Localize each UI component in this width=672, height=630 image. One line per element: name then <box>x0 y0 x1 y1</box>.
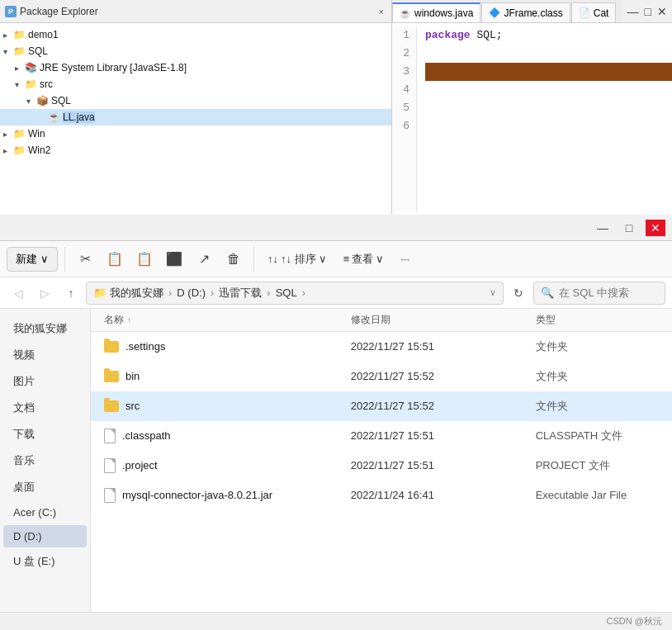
tree-item-label: demo1 <box>28 29 59 40</box>
toolbar-separator-2 <box>253 247 254 272</box>
keyword-package: package <box>425 26 471 45</box>
line-number-6: 6 <box>399 117 409 135</box>
breadcrumb-4[interactable]: SQL <box>276 287 297 299</box>
copy-button[interactable]: 📋 <box>102 246 128 272</box>
tab-label: windows.java <box>414 7 473 19</box>
tab-icon: ☕ <box>400 8 411 19</box>
tree-item-label: Win <box>28 128 45 140</box>
minimize-icon[interactable]: — <box>626 3 641 20</box>
fe-table-header: 名称 ↑ 修改日期 类型 <box>91 309 672 332</box>
fe-toolbar: 新建 ∨ ✂ 📋 📋 ⬛ ↗ 🗑 ↑↓ ↑↓ 排序 ∨ ≡ 查看 ∨ ··· <box>0 241 672 277</box>
fe-sidebar: 我的狐安娜视频图片文档下载音乐桌面Acer (C:)D (D:)U 盘 (E:) <box>0 309 91 612</box>
sidebar-item---[interactable]: 文档 <box>3 396 87 420</box>
tree-item-win[interactable]: ▸ 📁 Win <box>0 126 391 142</box>
file-name-col: src <box>104 400 351 412</box>
code-line-2 <box>425 45 672 63</box>
search-input[interactable] <box>559 287 658 299</box>
file-date-col: 2022/11/27 15:51 <box>351 459 536 471</box>
breadcrumb-1[interactable]: 我的狐安娜 <box>110 286 163 301</box>
file-type-col: Executable Jar File <box>536 489 659 501</box>
package-explorer-icon: P <box>5 6 17 17</box>
fe-minimize-button[interactable]: — <box>593 220 613 236</box>
tree-item-src[interactable]: ▾ 📁 src <box>0 76 391 92</box>
fe-content: 名称 ↑ 修改日期 类型 .settings 2022/11/27 15:51 … <box>91 309 672 612</box>
pe-tree: ▸ 📁 demo1 ▾ 📁 SQL ▸ 📚 JRE System Library… <box>0 23 391 215</box>
sidebar-item-Acer--C--[interactable]: Acer (C:) <box>3 501 87 523</box>
tab-windows-java[interactable]: ☕ windows.java <box>392 2 480 22</box>
tree-item-label: Win2 <box>28 144 50 156</box>
line-number-5: 5 <box>399 99 409 117</box>
refresh-button[interactable]: ↻ <box>507 282 530 305</box>
back-button[interactable]: ◁ <box>7 282 30 305</box>
close-icon[interactable]: ✕ <box>655 3 669 20</box>
file-type-col: 文件夹 <box>536 369 659 384</box>
file-name-label: .settings <box>125 340 165 353</box>
file-row-settings[interactable]: .settings 2022/11/27 15:51 文件夹 <box>91 332 672 362</box>
sidebar-item-D--D--[interactable]: D (D:) <box>3 525 87 547</box>
pe-close-button[interactable]: × <box>376 6 386 17</box>
share-button[interactable]: ↗ <box>191 246 217 272</box>
rename-button[interactable]: ⬛ <box>161 246 187 272</box>
fe-maximize-button[interactable]: □ <box>619 220 639 236</box>
sidebar-item---[interactable]: 图片 <box>3 369 87 394</box>
breadcrumb-2[interactable]: D (D:) <box>177 287 206 299</box>
breadcrumb-3[interactable]: 迅雷下载 <box>219 286 262 301</box>
editor-content: 123456 package SQL; <box>392 23 672 215</box>
file-date-col: 2022/11/27 15:51 <box>351 340 536 353</box>
delete-button[interactable]: 🗑 <box>220 246 247 272</box>
view-arrow-icon: ∨ <box>376 253 384 265</box>
file-icon <box>104 429 116 443</box>
fe-file-list: .settings 2022/11/27 15:51 文件夹 bin 2022/… <box>91 332 672 612</box>
tree-item-ll-java[interactable]: ☕ LL.java <box>0 109 391 126</box>
paste-button[interactable]: 📋 <box>131 246 158 272</box>
new-button[interactable]: 新建 ∨ <box>7 247 58 272</box>
file-row-classpath[interactable]: .classpath 2022/11/27 15:51 CLASSPATH 文件 <box>91 421 672 451</box>
tab-jframe-class[interactable]: 🔷 JFrame.class <box>481 2 570 22</box>
tab-cat[interactable]: 📄 Cat <box>571 2 617 22</box>
more-button[interactable]: ··· <box>394 249 416 269</box>
address-box[interactable]: 📁 我的狐安娜 › D (D:) › 迅雷下载 › SQL › ∨ <box>86 282 504 305</box>
sidebar-item-U----E--[interactable]: U 盘 (E:) <box>3 549 87 574</box>
search-box[interactable]: 🔍 <box>533 282 665 305</box>
fe-close-button[interactable]: ✕ <box>646 220 665 236</box>
tree-item-icon: 📁 <box>25 78 37 90</box>
file-row-bin[interactable]: bin 2022/11/27 15:52 文件夹 <box>91 362 672 391</box>
search-icon: 🔍 <box>541 287 554 299</box>
ide-section: P Package Explorer × ▸ 📁 demo1 ▾ 📁 SQL ▸… <box>0 0 672 215</box>
code-area[interactable]: package SQL; <box>417 26 672 211</box>
sidebar-item---[interactable]: 下载 <box>3 422 87 447</box>
file-date-col: 2022/11/27 15:52 <box>351 400 536 412</box>
sidebar-item------[interactable]: 我的狐安娜 <box>3 316 87 341</box>
view-button[interactable]: ≡ 查看 ∨ <box>337 248 391 271</box>
status-text: CSDN @秋沅 <box>607 615 662 628</box>
tree-item-demo1[interactable]: ▸ 📁 demo1 <box>0 26 391 43</box>
tree-item-win2[interactable]: ▸ 📁 Win2 <box>0 142 391 159</box>
file-type-col: 文件夹 <box>536 339 659 354</box>
tree-item-sql[interactable]: ▾ 📁 SQL <box>0 43 391 59</box>
address-dropdown-icon[interactable]: ∨ <box>490 287 496 298</box>
sidebar-item---[interactable]: 桌面 <box>3 475 87 500</box>
maximize-icon[interactable]: □ <box>643 3 653 20</box>
editor-area: ☕ windows.java 🔷 JFrame.class 📄 Cat 1234… <box>392 0 672 215</box>
code-line-3 <box>425 63 672 81</box>
tree-item-icon: 📁 <box>13 144 26 156</box>
tree-item-jre[interactable]: ▸ 📚 JRE System Library [JavaSE-1.8] <box>0 59 391 76</box>
tree-item-label: LL.java <box>63 111 95 123</box>
file-row-project[interactable]: .project 2022/11/27 15:51 PROJECT 文件 <box>91 451 672 481</box>
sidebar-item---[interactable]: 视频 <box>3 343 87 367</box>
new-label: 新建 <box>16 252 37 267</box>
forward-button[interactable]: ▷ <box>33 282 56 305</box>
cut-button[interactable]: ✂ <box>72 246 98 272</box>
file-row-mysql-jar[interactable]: mysql-connector-java-8.0.21.jar 2022/11/… <box>91 481 672 510</box>
tree-arrow-icon: ▾ <box>15 80 23 89</box>
fe-addressbar: ◁ ▷ ↑ 📁 我的狐安娜 › D (D:) › 迅雷下载 › SQL › ∨ … <box>0 277 672 309</box>
file-name-label: .classpath <box>122 429 171 442</box>
sidebar-item---[interactable]: 音乐 <box>3 448 87 473</box>
up-button[interactable]: ↑ <box>59 282 83 305</box>
header-name: 名称 ↑ <box>104 313 351 327</box>
file-row-src[interactable]: src 2022/11/27 15:52 文件夹 <box>91 391 672 421</box>
fe-main: 我的狐安娜视频图片文档下载音乐桌面Acer (C:)D (D:)U 盘 (E:)… <box>0 309 672 612</box>
tree-item-sql-pkg[interactable]: ▾ 📦 SQL <box>0 92 391 109</box>
sort-button[interactable]: ↑↓ ↑↓ 排序 ∨ <box>261 248 334 271</box>
folder-icon <box>104 341 119 353</box>
